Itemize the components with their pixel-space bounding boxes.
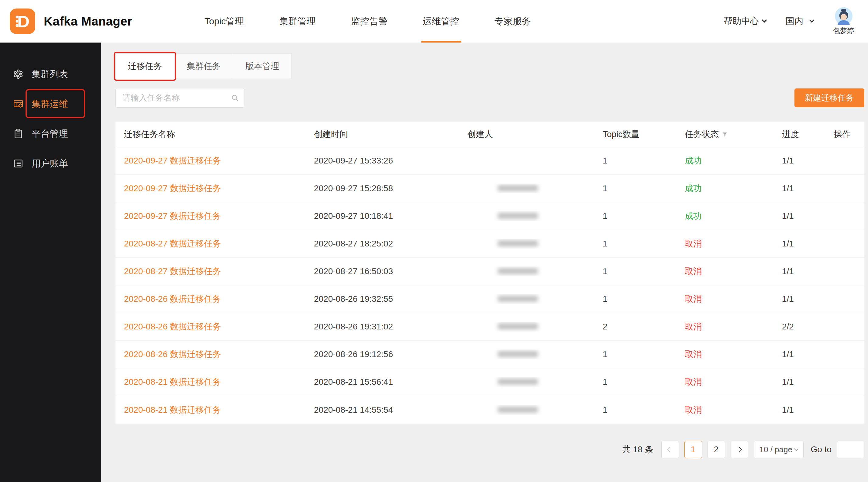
search-input[interactable] xyxy=(116,88,244,107)
progress-value: 1/1 xyxy=(773,266,825,276)
tab-label: 迁移任务 xyxy=(128,61,162,72)
task-name-link[interactable]: 2020-08-27 数据迁移任务 xyxy=(124,266,221,276)
platform-management-icon xyxy=(13,128,24,139)
redacted-creator xyxy=(498,240,538,247)
tab-cluster-tasks[interactable]: 集群任务 xyxy=(174,54,233,79)
toolbar: 新建迁移任务 xyxy=(116,88,864,107)
create-migration-task-button[interactable]: 新建迁移任务 xyxy=(795,89,864,107)
created-time: 2020-08-26 19:31:02 xyxy=(305,322,459,331)
task-name-link[interactable]: 2020-09-27 数据迁移任务 xyxy=(124,184,221,193)
chevron-down-icon xyxy=(762,18,767,23)
region-menu[interactable]: 国内 xyxy=(786,15,814,27)
help-center-menu[interactable]: 帮助中心 xyxy=(724,15,766,27)
col-topic-count: Topic数量 xyxy=(594,129,676,140)
status-badge: 取消 xyxy=(676,349,773,360)
migration-tasks-table: 迁移任务名称 创建时间 创建人 Topic数量 任务状态 进度 操作 2020-… xyxy=(116,122,864,424)
redacted-creator xyxy=(498,407,538,413)
progress-value: 1/1 xyxy=(773,156,825,166)
progress-value: 1/1 xyxy=(773,294,825,304)
status-badge: 取消 xyxy=(676,404,773,416)
task-name-link[interactable]: 2020-08-26 数据迁移任务 xyxy=(124,350,221,359)
filter-icon[interactable] xyxy=(722,131,728,137)
creator-cell xyxy=(459,405,594,415)
task-name-link[interactable]: 2020-08-21 数据迁移任务 xyxy=(124,405,221,415)
status-badge: 成功 xyxy=(676,183,773,194)
task-name-link[interactable]: 2020-08-21 数据迁移任务 xyxy=(124,377,221,387)
sidebar-item-label: 集群列表 xyxy=(32,68,68,81)
chevron-down-icon xyxy=(809,18,814,23)
status-badge: 取消 xyxy=(676,321,773,332)
next-page-button[interactable] xyxy=(731,441,748,458)
cluster-list-icon xyxy=(13,69,24,79)
nav-expert-service[interactable]: 专家服务 xyxy=(477,0,549,42)
creator-cell xyxy=(459,266,594,276)
main-content: 迁移任务 集群任务 版本管理 新建迁移任务 迁移任务名称 创建时间 创建人 To… xyxy=(101,42,868,482)
creator-cell xyxy=(459,294,594,304)
cluster-ops-icon xyxy=(13,98,24,109)
chevron-left-icon xyxy=(667,447,673,452)
progress-value: 1/1 xyxy=(773,184,825,193)
progress-value: 1/1 xyxy=(773,239,825,249)
page-button-2[interactable]: 2 xyxy=(708,441,725,458)
sidebar-item-user-billing[interactable]: 用户账单 xyxy=(0,149,101,179)
task-name-link[interactable]: 2020-08-27 数据迁移任务 xyxy=(124,239,221,248)
tab-migration-tasks[interactable]: 迁移任务 xyxy=(116,54,175,79)
task-tabs: 迁移任务 集群任务 版本管理 xyxy=(116,54,864,79)
status-badge: 取消 xyxy=(676,376,773,388)
user-name: 包梦婷 xyxy=(833,26,854,36)
table-row: 2020-08-26 数据迁移任务 2020-08-26 19:32:55 1 … xyxy=(116,285,864,313)
created-time: 2020-09-27 15:28:58 xyxy=(305,184,459,193)
region-label: 国内 xyxy=(786,15,803,27)
creator-cell xyxy=(459,211,594,221)
created-time: 2020-08-21 15:56:41 xyxy=(305,377,459,387)
col-progress: 进度 xyxy=(773,129,825,140)
page-size-select[interactable]: 10 / page xyxy=(754,441,804,458)
sidebar-item-cluster-ops[interactable]: 集群运维 xyxy=(0,89,101,119)
progress-value: 1/1 xyxy=(773,377,825,387)
nav-topic-management[interactable]: Topic管理 xyxy=(187,0,262,42)
table-row: 2020-09-27 数据迁移任务 2020-09-27 10:18:41 1 … xyxy=(116,202,864,230)
progress-value: 1/1 xyxy=(773,350,825,359)
col-task-status: 任务状态 xyxy=(676,129,773,140)
app-title: Kafka Manager xyxy=(44,14,132,28)
task-name-link[interactable]: 2020-08-26 数据迁移任务 xyxy=(124,322,221,331)
sidebar: 集群列表 集群运维 平台管理 用户账单 xyxy=(0,42,101,482)
task-name-link[interactable]: 2020-09-27 数据迁移任务 xyxy=(124,211,221,221)
created-time: 2020-08-21 14:55:54 xyxy=(305,405,459,415)
nav-monitor-alert[interactable]: 监控告警 xyxy=(333,0,405,42)
user-menu[interactable]: 包梦婷 xyxy=(833,7,854,36)
creator-cell xyxy=(459,184,594,193)
table-row: 2020-08-21 数据迁移任务 2020-08-21 14:55:54 1 … xyxy=(116,396,864,424)
tab-version-management[interactable]: 版本管理 xyxy=(233,54,292,79)
table-row: 2020-09-27 数据迁移任务 2020-09-27 15:33:26 1 … xyxy=(116,147,864,175)
avatar xyxy=(835,7,852,25)
help-center-label: 帮助中心 xyxy=(724,15,759,27)
nav-ops-control[interactable]: 运维管控 xyxy=(405,0,477,42)
topic-count: 1 xyxy=(594,350,676,359)
created-time: 2020-08-26 19:12:56 xyxy=(305,350,459,359)
topic-count: 1 xyxy=(594,156,676,166)
sidebar-item-platform-management[interactable]: 平台管理 xyxy=(0,119,101,149)
redacted-creator xyxy=(498,351,538,357)
status-badge: 取消 xyxy=(676,266,773,277)
created-time: 2020-09-27 15:33:26 xyxy=(305,156,459,166)
status-badge: 取消 xyxy=(676,238,773,250)
created-time: 2020-09-27 10:18:41 xyxy=(305,211,459,221)
nav-cluster-management[interactable]: 集群管理 xyxy=(262,0,333,42)
task-name-link[interactable]: 2020-08-26 数据迁移任务 xyxy=(124,294,221,303)
sidebar-item-cluster-list[interactable]: 集群列表 xyxy=(0,59,101,89)
redacted-creator xyxy=(498,185,538,191)
search-icon[interactable] xyxy=(231,94,239,102)
sidebar-item-label: 用户账单 xyxy=(32,157,68,170)
task-name-link[interactable]: 2020-09-27 数据迁移任务 xyxy=(124,156,221,165)
goto-page-input[interactable] xyxy=(837,441,864,458)
topic-count: 1 xyxy=(594,239,676,249)
header-right: 帮助中心 国内 包梦婷 xyxy=(724,7,868,36)
topic-count: 1 xyxy=(594,405,676,415)
creator-cell xyxy=(459,350,594,359)
prev-page-button[interactable] xyxy=(661,441,679,458)
status-badge: 成功 xyxy=(676,155,773,166)
page-button-1[interactable]: 1 xyxy=(684,441,702,458)
col-created-time: 创建时间 xyxy=(305,129,459,140)
chevron-down-icon xyxy=(794,447,798,451)
